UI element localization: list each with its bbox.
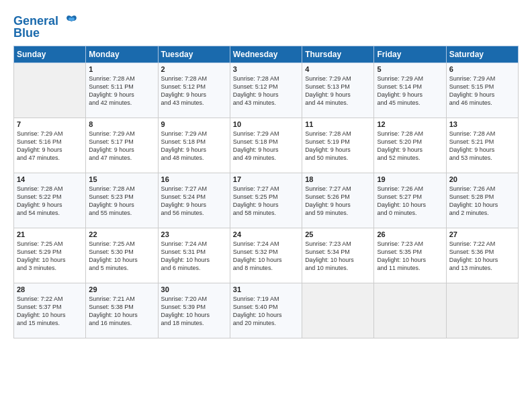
cell-info: Sunrise: 7:28 AM Sunset: 5:11 PM Dayligh… bbox=[89, 75, 154, 107]
cell-info: Sunrise: 7:28 AM Sunset: 5:20 PM Dayligh… bbox=[377, 130, 443, 163]
day-number: 25 bbox=[305, 230, 371, 238]
day-number: 11 bbox=[305, 120, 371, 128]
day-number: 16 bbox=[161, 175, 227, 183]
cell-info: Sunrise: 7:26 AM Sunset: 5:28 PM Dayligh… bbox=[449, 185, 515, 218]
cell-info: Sunrise: 7:28 AM Sunset: 5:23 PM Dayligh… bbox=[89, 185, 154, 218]
day-number: 6 bbox=[449, 65, 515, 73]
calendar-cell: 23Sunrise: 7:24 AM Sunset: 5:31 PM Dayli… bbox=[158, 228, 230, 283]
calendar-cell: 18Sunrise: 7:27 AM Sunset: 5:26 PM Dayli… bbox=[302, 173, 374, 228]
day-number: 10 bbox=[233, 120, 299, 128]
cell-info: Sunrise: 7:20 AM Sunset: 5:39 PM Dayligh… bbox=[161, 295, 227, 328]
page: General Blue SundayMondayTuesdayWednesda… bbox=[0, 0, 532, 411]
calendar-cell: 2Sunrise: 7:28 AM Sunset: 5:12 PM Daylig… bbox=[158, 62, 230, 118]
cell-info: Sunrise: 7:29 AM Sunset: 5:18 PM Dayligh… bbox=[233, 130, 299, 163]
day-number: 4 bbox=[305, 65, 371, 73]
calendar-week-row: 1Sunrise: 7:28 AM Sunset: 5:11 PM Daylig… bbox=[14, 62, 519, 118]
col-header-tuesday: Tuesday bbox=[158, 46, 230, 62]
calendar-cell: 9Sunrise: 7:29 AM Sunset: 5:18 PM Daylig… bbox=[158, 118, 230, 173]
day-number: 17 bbox=[233, 175, 299, 183]
calendar-cell: 20Sunrise: 7:26 AM Sunset: 5:28 PM Dayli… bbox=[446, 173, 518, 228]
day-number: 29 bbox=[89, 285, 154, 293]
cell-info: Sunrise: 7:27 AM Sunset: 5:26 PM Dayligh… bbox=[305, 185, 371, 218]
calendar-cell: 4Sunrise: 7:29 AM Sunset: 5:13 PM Daylig… bbox=[302, 62, 374, 118]
calendar-cell: 17Sunrise: 7:27 AM Sunset: 5:25 PM Dayli… bbox=[230, 173, 302, 228]
col-header-sunday: Sunday bbox=[14, 46, 86, 62]
cell-info: Sunrise: 7:28 AM Sunset: 5:22 PM Dayligh… bbox=[17, 185, 83, 218]
cell-info: Sunrise: 7:21 AM Sunset: 5:38 PM Dayligh… bbox=[89, 295, 154, 328]
cell-info: Sunrise: 7:28 AM Sunset: 5:19 PM Dayligh… bbox=[305, 130, 371, 163]
day-number: 13 bbox=[449, 120, 515, 128]
cell-info: Sunrise: 7:23 AM Sunset: 5:35 PM Dayligh… bbox=[377, 240, 443, 273]
day-number: 20 bbox=[449, 175, 515, 183]
day-number: 7 bbox=[17, 120, 83, 128]
day-number: 12 bbox=[377, 120, 443, 128]
calendar-cell bbox=[14, 62, 86, 118]
day-number: 26 bbox=[377, 230, 443, 238]
calendar-cell: 11Sunrise: 7:28 AM Sunset: 5:19 PM Dayli… bbox=[302, 118, 374, 173]
day-number: 3 bbox=[233, 65, 299, 73]
calendar-week-row: 14Sunrise: 7:28 AM Sunset: 5:22 PM Dayli… bbox=[14, 173, 519, 228]
day-number: 1 bbox=[89, 65, 154, 73]
calendar-cell: 24Sunrise: 7:24 AM Sunset: 5:32 PM Dayli… bbox=[230, 228, 302, 283]
calendar-week-row: 7Sunrise: 7:29 AM Sunset: 5:16 PM Daylig… bbox=[14, 118, 519, 173]
cell-info: Sunrise: 7:29 AM Sunset: 5:15 PM Dayligh… bbox=[449, 75, 515, 107]
day-number: 28 bbox=[17, 285, 83, 293]
calendar-cell: 1Sunrise: 7:28 AM Sunset: 5:11 PM Daylig… bbox=[86, 62, 158, 118]
calendar-cell: 6Sunrise: 7:29 AM Sunset: 5:15 PM Daylig… bbox=[446, 62, 518, 118]
cell-info: Sunrise: 7:29 AM Sunset: 5:17 PM Dayligh… bbox=[89, 130, 154, 163]
calendar-table: SundayMondayTuesdayWednesdayThursdayFrid… bbox=[13, 46, 519, 338]
calendar-cell: 7Sunrise: 7:29 AM Sunset: 5:16 PM Daylig… bbox=[14, 118, 86, 173]
day-number: 2 bbox=[161, 65, 227, 73]
day-number: 5 bbox=[377, 65, 443, 73]
col-header-friday: Friday bbox=[374, 46, 446, 62]
day-number: 15 bbox=[89, 175, 154, 183]
cell-info: Sunrise: 7:28 AM Sunset: 5:12 PM Dayligh… bbox=[233, 75, 299, 107]
cell-info: Sunrise: 7:22 AM Sunset: 5:37 PM Dayligh… bbox=[17, 295, 83, 328]
calendar-cell: 15Sunrise: 7:28 AM Sunset: 5:23 PM Dayli… bbox=[86, 173, 158, 228]
cell-info: Sunrise: 7:24 AM Sunset: 5:31 PM Dayligh… bbox=[161, 240, 227, 273]
cell-info: Sunrise: 7:28 AM Sunset: 5:21 PM Dayligh… bbox=[449, 130, 515, 163]
day-number: 8 bbox=[89, 120, 154, 128]
day-number: 14 bbox=[17, 175, 83, 183]
calendar-week-row: 28Sunrise: 7:22 AM Sunset: 5:37 PM Dayli… bbox=[14, 283, 519, 338]
calendar-cell: 14Sunrise: 7:28 AM Sunset: 5:22 PM Dayli… bbox=[14, 173, 86, 228]
calendar-cell: 21Sunrise: 7:25 AM Sunset: 5:29 PM Dayli… bbox=[14, 228, 86, 283]
logo-bird-icon bbox=[60, 12, 79, 31]
cell-info: Sunrise: 7:28 AM Sunset: 5:12 PM Dayligh… bbox=[161, 75, 227, 107]
col-header-wednesday: Wednesday bbox=[230, 46, 302, 62]
calendar-cell: 22Sunrise: 7:25 AM Sunset: 5:30 PM Dayli… bbox=[86, 228, 158, 283]
calendar-cell: 16Sunrise: 7:27 AM Sunset: 5:24 PM Dayli… bbox=[158, 173, 230, 228]
calendar-cell: 5Sunrise: 7:29 AM Sunset: 5:14 PM Daylig… bbox=[374, 62, 446, 118]
col-header-saturday: Saturday bbox=[446, 46, 518, 62]
calendar-cell: 25Sunrise: 7:23 AM Sunset: 5:34 PM Dayli… bbox=[302, 228, 374, 283]
day-number: 22 bbox=[89, 230, 154, 238]
calendar-cell bbox=[302, 283, 374, 338]
day-number: 24 bbox=[233, 230, 299, 238]
calendar-cell: 12Sunrise: 7:28 AM Sunset: 5:20 PM Dayli… bbox=[374, 118, 446, 173]
day-number: 9 bbox=[161, 120, 227, 128]
day-number: 19 bbox=[377, 175, 443, 183]
calendar-cell: 3Sunrise: 7:28 AM Sunset: 5:12 PM Daylig… bbox=[230, 62, 302, 118]
col-header-thursday: Thursday bbox=[302, 46, 374, 62]
cell-info: Sunrise: 7:25 AM Sunset: 5:29 PM Dayligh… bbox=[17, 240, 83, 273]
cell-info: Sunrise: 7:29 AM Sunset: 5:18 PM Dayligh… bbox=[161, 130, 227, 163]
cell-info: Sunrise: 7:24 AM Sunset: 5:32 PM Dayligh… bbox=[233, 240, 299, 273]
day-number: 23 bbox=[161, 230, 227, 238]
day-number: 21 bbox=[17, 230, 83, 238]
cell-info: Sunrise: 7:25 AM Sunset: 5:30 PM Dayligh… bbox=[89, 240, 154, 273]
cell-info: Sunrise: 7:23 AM Sunset: 5:34 PM Dayligh… bbox=[305, 240, 371, 273]
cell-info: Sunrise: 7:29 AM Sunset: 5:13 PM Dayligh… bbox=[305, 75, 371, 107]
calendar-cell: 31Sunrise: 7:19 AM Sunset: 5:40 PM Dayli… bbox=[230, 283, 302, 338]
calendar-week-row: 21Sunrise: 7:25 AM Sunset: 5:29 PM Dayli… bbox=[14, 228, 519, 283]
cell-info: Sunrise: 7:27 AM Sunset: 5:25 PM Dayligh… bbox=[233, 185, 299, 218]
day-number: 30 bbox=[161, 285, 227, 293]
calendar-cell bbox=[446, 283, 518, 338]
calendar-header-row: SundayMondayTuesdayWednesdayThursdayFrid… bbox=[14, 46, 519, 62]
calendar-cell: 29Sunrise: 7:21 AM Sunset: 5:38 PM Dayli… bbox=[86, 283, 158, 338]
day-number: 31 bbox=[233, 285, 299, 293]
logo: General Blue bbox=[13, 12, 79, 40]
cell-info: Sunrise: 7:26 AM Sunset: 5:27 PM Dayligh… bbox=[377, 185, 443, 218]
logo-blue-text: Blue bbox=[13, 27, 40, 40]
calendar-cell: 10Sunrise: 7:29 AM Sunset: 5:18 PM Dayli… bbox=[230, 118, 302, 173]
day-number: 18 bbox=[305, 175, 371, 183]
